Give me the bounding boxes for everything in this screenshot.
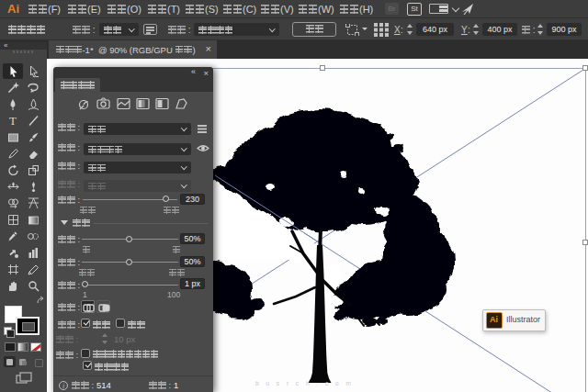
svg-text:b u s r c h . c o m: b u s r c h . c o m xyxy=(255,380,354,386)
